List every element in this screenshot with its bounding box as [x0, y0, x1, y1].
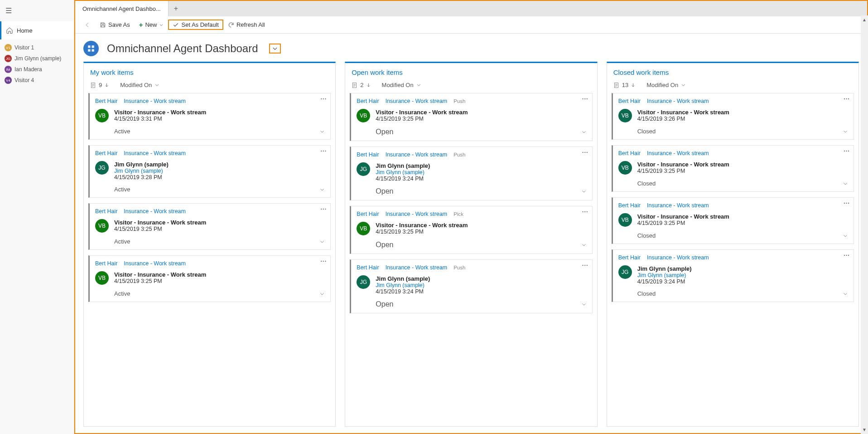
scroll-down-icon[interactable]: ▼ — [862, 425, 867, 434]
card-more-button[interactable]: ··· — [844, 95, 850, 102]
card-sublink[interactable]: Jim Glynn (sample) — [637, 272, 848, 278]
sort-selector[interactable]: Modified On — [382, 82, 421, 88]
card-owner-link[interactable]: Bert Hair — [95, 150, 117, 156]
work-item-card[interactable]: ··· Bert Hair Insurance - Work stream VB… — [612, 145, 854, 192]
arrow-down-icon[interactable] — [631, 83, 636, 88]
card-stream-link[interactable]: Insurance - Work stream — [647, 202, 709, 209]
card-stream-link[interactable]: Insurance - Work stream — [386, 98, 448, 104]
card-more-button[interactable]: ··· — [582, 208, 588, 215]
count-value: 9 — [99, 82, 102, 88]
dashboard-dropdown[interactable] — [269, 44, 281, 54]
card-more-button[interactable]: ··· — [844, 252, 850, 258]
work-item-card[interactable]: ··· Bert Hair Insurance - Work stream Pi… — [350, 206, 592, 254]
tab-dashboard[interactable]: Omnichannel Agent Dashbo... — [75, 1, 169, 16]
work-item-card[interactable]: ··· Bert Hair Insurance - Work stream VB… — [88, 255, 331, 302]
new-button[interactable]: + New — [135, 19, 169, 30]
work-item-card[interactable]: ··· Bert Hair Insurance - Work stream Pu… — [350, 93, 592, 141]
card-expand-button[interactable] — [843, 291, 848, 297]
vertical-scrollbar[interactable]: ▲ ▼ — [861, 15, 868, 434]
card-expand-button[interactable] — [843, 181, 848, 186]
work-item-card[interactable]: ··· Bert Hair Insurance - Work stream VB… — [612, 93, 854, 140]
card-stream-link[interactable]: Insurance - Work stream — [386, 211, 448, 217]
card-expand-button[interactable] — [581, 242, 587, 248]
card-stream-link[interactable]: Insurance - Work stream — [386, 151, 448, 158]
card-expand-button[interactable] — [319, 187, 325, 192]
hamburger-icon[interactable]: ☰ — [0, 0, 74, 21]
card-expand-button[interactable] — [319, 129, 325, 134]
card-more-button[interactable]: ··· — [844, 147, 850, 154]
card-stream-link[interactable]: Insurance - Work stream — [386, 264, 448, 271]
sort-selector[interactable]: Modified On — [646, 82, 686, 88]
card-sublink[interactable]: Jim Glynn (sample) — [376, 169, 586, 176]
card-more-button[interactable]: ··· — [320, 205, 327, 212]
card-stream-link[interactable]: Insurance - Work stream — [647, 150, 709, 156]
column-title[interactable]: Open work items — [352, 68, 403, 76]
arrow-down-icon[interactable] — [104, 83, 109, 88]
card-owner-link[interactable]: Bert Hair — [95, 260, 117, 267]
dashboard-badge — [83, 41, 99, 56]
work-item-card[interactable]: ··· Bert Hair Insurance - Work stream VB… — [88, 93, 331, 140]
chevron-down-icon — [416, 83, 421, 88]
work-item-card[interactable]: ··· Bert Hair Insurance - Work stream JG… — [612, 249, 854, 302]
card-expand-button[interactable] — [581, 129, 587, 135]
card-sublink[interactable]: Jim Glynn (sample) — [114, 168, 325, 174]
refresh-button[interactable]: Refresh All — [223, 20, 270, 30]
column-title[interactable]: Closed work items — [613, 68, 669, 76]
card-expand-button[interactable] — [843, 233, 848, 239]
card-expand-button[interactable] — [319, 291, 325, 297]
sidebar-visitor-item[interactable]: V1 Visitor 1 — [0, 42, 74, 53]
chevron-down-icon — [272, 45, 278, 52]
column-body: ··· Bert Hair Insurance - Work stream VB… — [607, 93, 858, 426]
card-more-button[interactable]: ··· — [844, 200, 850, 206]
work-item-card[interactable]: ··· Bert Hair Insurance - Work stream Pu… — [350, 259, 592, 313]
card-more-button[interactable]: ··· — [582, 262, 588, 268]
back-button[interactable] — [80, 20, 95, 30]
card-expand-button[interactable] — [319, 239, 325, 244]
card-owner-link[interactable]: Bert Hair — [618, 98, 641, 104]
arrow-down-icon[interactable] — [366, 83, 371, 88]
card-stream-link[interactable]: Insurance - Work stream — [647, 254, 709, 261]
card-owner-link[interactable]: Bert Hair — [618, 150, 641, 156]
card-owner-link[interactable]: Bert Hair — [357, 151, 379, 158]
home-icon — [6, 27, 13, 34]
work-item-card[interactable]: ··· Bert Hair Insurance - Work stream VB… — [88, 203, 331, 250]
card-stream-link[interactable]: Insurance - Work stream — [124, 260, 186, 267]
card-expand-button[interactable] — [581, 302, 587, 307]
sidebar-visitor-item[interactable]: IM Ian Madera — [0, 64, 74, 75]
card-owner-link[interactable]: Bert Hair — [618, 202, 641, 209]
card-owner-link[interactable]: Bert Hair — [618, 254, 641, 261]
card-owner-link[interactable]: Bert Hair — [357, 211, 379, 217]
card-stream-link[interactable]: Insurance - Work stream — [124, 150, 186, 156]
column-title[interactable]: My work items — [90, 68, 134, 76]
page-title: Omnichannel Agent Dashboard — [107, 42, 258, 55]
card-more-button[interactable]: ··· — [320, 258, 327, 264]
card-more-button[interactable]: ··· — [582, 149, 588, 156]
sidebar-home[interactable]: Home — [0, 21, 74, 39]
card-more-button[interactable]: ··· — [582, 95, 588, 102]
card-more-button[interactable]: ··· — [320, 147, 327, 154]
card-owner-link[interactable]: Bert Hair — [357, 264, 379, 271]
set-default-button[interactable]: Set As Default — [168, 20, 223, 30]
card-expand-button[interactable] — [581, 189, 587, 194]
sort-selector[interactable]: Modified On — [120, 82, 159, 88]
scroll-up-icon[interactable]: ▲ — [862, 15, 867, 24]
card-owner-link[interactable]: Bert Hair — [95, 98, 117, 104]
card-more-button[interactable]: ··· — [320, 95, 327, 102]
card-stream-link[interactable]: Insurance - Work stream — [124, 98, 186, 104]
work-item-card[interactable]: ··· Bert Hair Insurance - Work stream VB… — [612, 197, 854, 244]
sidebar-visitor-item[interactable]: JG Jim Glynn (sample) — [0, 53, 74, 64]
work-item-card[interactable]: ··· Bert Hair Insurance - Work stream JG… — [88, 145, 331, 198]
card-sublink[interactable]: Jim Glynn (sample) — [376, 282, 586, 288]
card-expand-button[interactable] — [843, 129, 848, 134]
card-date: 4/15/2019 3:24 PM — [376, 288, 586, 295]
work-item-card[interactable]: ··· Bert Hair Insurance - Work stream Pu… — [350, 146, 592, 200]
save-as-button[interactable]: Save As — [95, 20, 135, 30]
svg-rect-0 — [88, 45, 90, 48]
card-owner-link[interactable]: Bert Hair — [95, 208, 117, 215]
card-stream-link[interactable]: Insurance - Work stream — [647, 98, 709, 104]
tab-add-button[interactable]: + — [169, 1, 183, 16]
list-icon — [613, 82, 620, 88]
card-owner-link[interactable]: Bert Hair — [357, 98, 379, 104]
sidebar-visitor-item[interactable]: V4 Visitor 4 — [0, 75, 74, 86]
card-stream-link[interactable]: Insurance - Work stream — [124, 208, 186, 215]
